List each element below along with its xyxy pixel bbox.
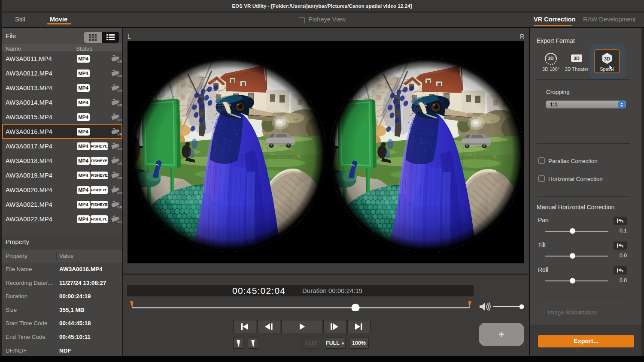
svg-text:3D: 3D <box>574 56 580 61</box>
svg-text:VR: VR <box>117 220 122 223</box>
svg-text:3D Theater: 3D Theater <box>565 66 589 72</box>
svg-text:VR: VR <box>117 162 122 165</box>
svg-text:VR: VR <box>117 205 122 209</box>
svg-text:VR: VR <box>117 103 122 107</box>
svg-text:VR: VR <box>117 74 122 78</box>
svg-text:VR: VR <box>117 147 122 151</box>
svg-text:VR: VR <box>117 191 122 194</box>
svg-text:VR: VR <box>117 133 122 136</box>
svg-text:VR: VR <box>117 118 122 121</box>
svg-text:3D: 3D <box>604 56 610 61</box>
svg-text:VR: VR <box>117 89 122 92</box>
svg-text:3D: 3D <box>548 56 554 61</box>
svg-text:3D 180°: 3D 180° <box>542 66 559 72</box>
svg-text:VR: VR <box>117 60 122 63</box>
svg-text:VR: VR <box>117 176 122 180</box>
